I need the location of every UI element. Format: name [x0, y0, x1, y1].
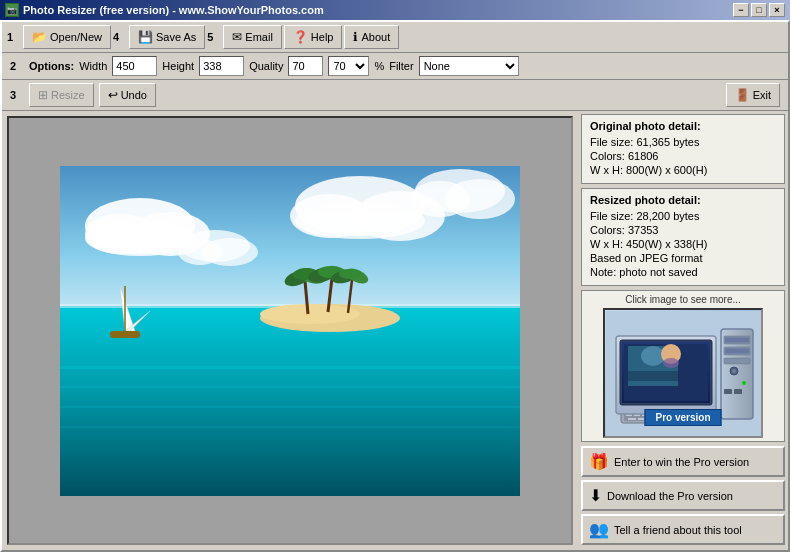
help-icon: ❓	[293, 30, 308, 44]
svg-rect-74	[725, 348, 749, 353]
svg-rect-37	[60, 406, 520, 408]
step4-label: 4	[113, 31, 125, 43]
svg-point-16	[202, 238, 258, 266]
enter-pro-icon: 🎁	[589, 452, 609, 471]
promo-image[interactable]: Pro version	[603, 308, 763, 438]
quality-label: Quality	[249, 60, 283, 72]
exit-button[interactable]: 🚪 Exit	[726, 83, 780, 107]
save-as-button[interactable]: 💾 Save As	[129, 25, 205, 49]
resized-detail-box: Resized photo detail: File size: 28,200 …	[581, 188, 785, 286]
width-input[interactable]	[112, 56, 157, 76]
toolbar: 1 📂 Open/New 4 💾 Save As 5 ✉ Email ❓ Hel…	[2, 22, 788, 53]
height-label: Height	[162, 60, 194, 72]
window-controls: − □ ×	[733, 3, 785, 17]
photo-area	[7, 116, 573, 545]
promo-box[interactable]: Click image to see more...	[581, 290, 785, 442]
original-colors: Colors: 61806	[590, 150, 776, 162]
resize-button[interactable]: ⊞ Resize	[29, 83, 94, 107]
email-button[interactable]: ✉ Email	[223, 25, 282, 49]
svg-rect-75	[724, 358, 750, 364]
promo-click-label: Click image to see more...	[585, 294, 781, 305]
svg-point-67	[663, 358, 679, 368]
step3-label: 3	[10, 89, 22, 101]
original-filesize: File size: 61,365 bytes	[590, 136, 776, 148]
quality-input[interactable]	[288, 56, 323, 76]
tell-friend-icon: 👥	[589, 520, 609, 539]
svg-rect-38	[60, 426, 520, 428]
action-row: 3 ⊞ Resize ↩ Undo 🚪 Exit	[2, 80, 788, 111]
tell-friend-button[interactable]: 👥 Tell a friend about this tool	[581, 514, 785, 545]
svg-rect-35	[60, 366, 520, 369]
resized-format: Based on JPEG format	[590, 252, 776, 264]
resized-filesize: File size: 28,200 bytes	[590, 210, 776, 222]
about-button[interactable]: ℹ About	[344, 25, 399, 49]
open-icon: 📂	[32, 30, 47, 44]
resized-colors: Colors: 37353	[590, 224, 776, 236]
resize-icon: ⊞	[38, 88, 48, 102]
close-button[interactable]: ×	[769, 3, 785, 17]
svg-point-34	[339, 269, 361, 279]
svg-point-13	[445, 179, 515, 219]
content-area: Original photo detail: File size: 61,365…	[2, 111, 788, 550]
about-icon: ℹ	[353, 30, 358, 44]
undo-icon: ↩	[108, 88, 118, 102]
save-icon: 💾	[138, 30, 153, 44]
download-pro-icon: ⬇	[589, 486, 602, 505]
svg-rect-79	[724, 389, 732, 394]
minimize-button[interactable]: −	[733, 3, 749, 17]
enter-pro-button[interactable]: 🎁 Enter to win the Pro version	[581, 446, 785, 477]
original-dimensions: W x H: 800(W) x 600(H)	[590, 164, 776, 176]
svg-rect-22	[110, 331, 140, 338]
resized-detail-title: Resized photo detail:	[590, 194, 776, 206]
svg-rect-51	[628, 418, 636, 420]
svg-rect-65	[628, 371, 678, 381]
resized-dimensions: W x H: 450(W) x 338(H)	[590, 238, 776, 250]
step2-label: 2	[10, 60, 22, 72]
resized-note: Note: photo not saved	[590, 266, 776, 278]
title-bar: 📷 Photo Resizer (free version) - www.Sho…	[0, 0, 790, 20]
svg-point-78	[742, 381, 746, 385]
svg-rect-36	[60, 386, 520, 388]
original-detail-title: Original photo detail:	[590, 120, 776, 132]
undo-button[interactable]: ↩ Undo	[99, 83, 156, 107]
svg-rect-80	[734, 389, 742, 394]
width-label: Width	[79, 60, 107, 72]
svg-point-18	[260, 304, 360, 324]
step5-label: 5	[207, 31, 219, 43]
svg-point-10	[295, 203, 425, 239]
original-detail-box: Original photo detail: File size: 61,365…	[581, 114, 785, 184]
photo-svg	[60, 166, 520, 496]
options-row: 2 Options: Width Height Quality 70809010…	[2, 53, 788, 80]
help-button[interactable]: ❓ Help	[284, 25, 343, 49]
photo-image	[60, 166, 520, 496]
title-text: Photo Resizer (free version) - www.ShowY…	[23, 4, 324, 16]
exit-icon: 🚪	[735, 88, 750, 102]
quality-percent[interactable]: 708090100	[328, 56, 369, 76]
svg-rect-52	[638, 418, 644, 420]
maximize-button[interactable]: □	[751, 3, 767, 17]
svg-rect-72	[725, 337, 749, 342]
quality-unit: %	[374, 60, 384, 72]
email-icon: ✉	[232, 30, 242, 44]
download-pro-button[interactable]: ⬇ Download the Pro version	[581, 480, 785, 511]
svg-point-77	[732, 369, 736, 373]
pro-version-badge: Pro version	[644, 409, 721, 426]
app-icon: 📷	[5, 3, 19, 17]
height-input[interactable]	[199, 56, 244, 76]
open-new-button[interactable]: 📂 Open/New	[23, 25, 111, 49]
right-panel: Original photo detail: File size: 61,365…	[578, 111, 788, 550]
options-label: Options:	[29, 60, 74, 72]
filter-select[interactable]: NoneSharpenBlurGrayscale	[419, 56, 519, 76]
main-window: 1 📂 Open/New 4 💾 Save As 5 ✉ Email ❓ Hel…	[0, 20, 790, 552]
step1-label: 1	[7, 31, 19, 43]
filter-label: Filter	[389, 60, 413, 72]
